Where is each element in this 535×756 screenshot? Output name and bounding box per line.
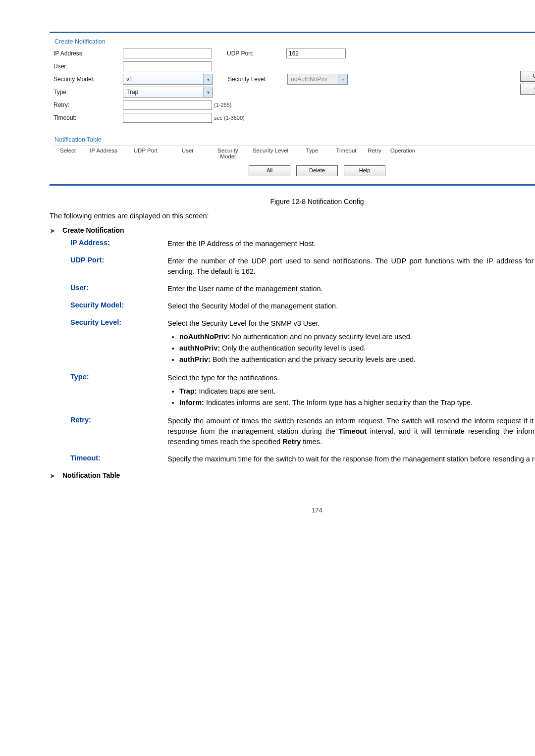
field-ip-address-desc: Enter the IP Address of the management H… [167, 239, 535, 249]
all-button[interactable]: All [249, 165, 290, 176]
type-select[interactable]: Trap ▾ [123, 87, 213, 98]
create-notification-form: IP Address: UDP Port: User: Security Mod… [54, 47, 535, 124]
field-security-model-desc: Select the Security Model of the managem… [167, 301, 535, 311]
chevron-down-icon: ▾ [203, 87, 213, 97]
field-type-label: Type: [70, 373, 167, 381]
security-level-label: Security Level: [228, 76, 287, 83]
help-button[interactable]: Help [344, 165, 385, 176]
type-label: Type: [54, 89, 123, 96]
clear-button[interactable]: Clear [520, 84, 535, 95]
chevron-down-icon: ▾ [338, 74, 347, 84]
field-user-label: User: [70, 284, 167, 292]
field-security-model-label: Security Model: [70, 301, 167, 309]
arrow-icon: ➤ [50, 227, 55, 235]
col-timeout: Timeout [329, 148, 364, 159]
field-timeout-desc: Specify the maximum time for the switch … [167, 454, 535, 464]
intro-text: The following entries are displayed on t… [50, 211, 535, 221]
user-label: User: [54, 63, 123, 70]
col-operation: Operation [385, 148, 420, 159]
field-ip-address-label: IP Address: [70, 239, 167, 247]
timeout-hint: sec (1-3600) [214, 115, 245, 121]
security-level-select: noAuthNoPriv ▾ [287, 74, 348, 85]
section-create-notification: Create Notification [62, 226, 124, 234]
ip-address-label: IP Address: [54, 50, 123, 57]
retry-input[interactable] [123, 100, 212, 110]
notification-table-title: Notification Table [54, 136, 535, 143]
field-user-desc: Enter the User name of the management st… [167, 284, 535, 294]
col-select: Select [54, 148, 81, 159]
create-button[interactable]: Create [520, 71, 535, 82]
field-security-level-label: Security Level: [70, 318, 167, 326]
field-type-desc: Select the type for the notifications. T… [167, 373, 535, 409]
create-notification-title: Create Notification [54, 38, 535, 45]
ip-address-input[interactable] [123, 49, 212, 58]
field-timeout-label: Timeout: [70, 454, 167, 462]
col-udp: UDP Port [126, 148, 165, 159]
col-type: Type [295, 148, 329, 159]
col-user: User [165, 148, 210, 159]
timeout-label: Timeout: [54, 114, 123, 121]
figure-caption: Figure 12-8 Notification Config [50, 198, 535, 205]
retry-hint: (1-255) [214, 102, 231, 108]
delete-button[interactable]: Delete [296, 165, 338, 176]
field-retry-desc: Specify the amount of times the switch r… [167, 416, 535, 447]
field-security-level-desc: Select the Security Level for the SNMP v… [167, 318, 535, 366]
retry-label: Retry: [54, 101, 123, 108]
notification-config-panel: Create Notification IP Address: UDP Port… [50, 32, 535, 186]
chevron-down-icon: ▾ [203, 74, 213, 84]
col-retry: Retry [364, 148, 385, 159]
col-ip: IP Address [81, 148, 126, 159]
user-input[interactable] [123, 61, 212, 71]
field-udp-port-label: UDP Port: [70, 256, 167, 264]
security-model-label: Security Model: [54, 76, 123, 83]
section-notification-table: Notification Table [62, 471, 120, 479]
udp-port-label: UDP Port: [227, 50, 286, 57]
timeout-input[interactable] [123, 113, 212, 123]
col-security-level: Security Level [246, 148, 295, 159]
page-number: 174 [50, 506, 535, 514]
arrow-icon: ➤ [50, 472, 55, 480]
notification-table-header: Select IP Address UDP Port User Security… [54, 145, 535, 161]
col-security-model: Security Model [210, 148, 246, 159]
udp-port-input[interactable] [286, 49, 346, 58]
security-model-select[interactable]: v1 ▾ [123, 74, 213, 85]
field-retry-label: Retry: [70, 416, 167, 424]
field-udp-port-desc: Enter the number of the UDP port used to… [167, 256, 535, 277]
